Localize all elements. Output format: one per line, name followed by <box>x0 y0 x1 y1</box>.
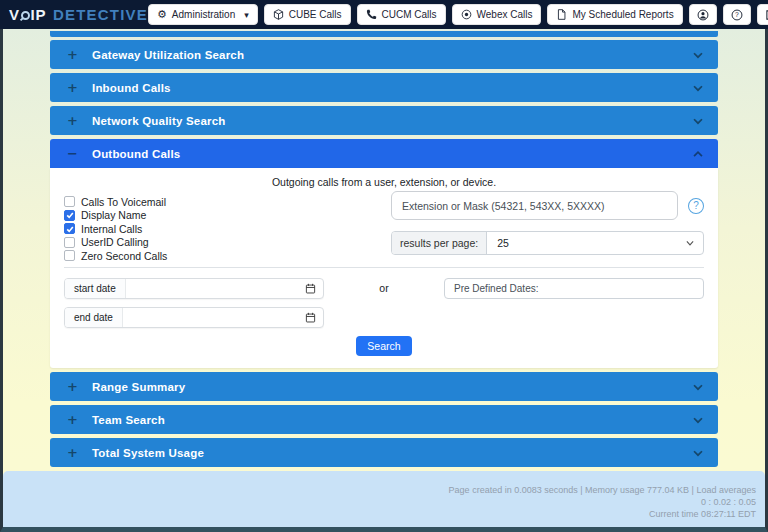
checkbox-userid-calling[interactable]: UserID Calling <box>64 236 167 250</box>
plus-icon: + <box>66 80 79 95</box>
accordion-label: Network Quality Search <box>92 115 226 127</box>
results-per-page-value: 25 <box>487 237 685 249</box>
predefined-dates-input[interactable] <box>444 278 704 299</box>
or-label: or <box>379 282 388 328</box>
checkbox-icon <box>64 210 75 221</box>
accordion-header-range-summary[interactable]: + Range Summary <box>50 372 718 401</box>
start-date-input[interactable] <box>126 279 305 298</box>
svg-text:?: ? <box>735 11 739 18</box>
cube-icon <box>273 9 284 20</box>
chevron-down-icon <box>691 114 705 128</box>
browser-page: V IP DETECTIVE ⚙ Administration ▾ CUBE C… <box>0 0 768 532</box>
accordion-header-inbound-calls[interactable]: + Inbound Calls <box>50 73 718 102</box>
start-date-group: start date <box>64 278 324 299</box>
user-account-button[interactable] <box>689 4 717 25</box>
accordion-label: Inbound Calls <box>92 82 171 94</box>
gear-icon: ⚙ <box>157 9 167 20</box>
page-footer: Page created in 0.0083 seconds | Memory … <box>3 471 765 527</box>
cube-calls-label: CUBE Calls <box>289 9 342 20</box>
footer-current-time: Current time 08:27:11 EDT <box>12 508 756 520</box>
search-accordion: + Gateway Utilization Search + Inbound C… <box>50 31 718 467</box>
accordion-header-total-system-usage[interactable]: + Total System Usage <box>50 438 718 467</box>
my-scheduled-reports-button[interactable]: My Scheduled Reports <box>547 4 682 25</box>
footer-load-averages: 0 : 0.02 : 0.05 <box>12 496 756 508</box>
minus-icon: − <box>66 146 79 161</box>
help-button[interactable]: ? <box>723 4 751 25</box>
checkbox-calls-to-voicemail[interactable]: Calls To Voicemail <box>64 195 167 209</box>
cucm-calls-button[interactable]: CUCM Calls <box>357 4 446 25</box>
brand-logo[interactable]: V IP DETECTIVE <box>9 6 148 23</box>
accordion-header-outbound-calls[interactable]: − Outbound Calls <box>50 139 718 168</box>
checkbox-icon <box>64 196 75 207</box>
magnifier-o-icon <box>21 11 30 20</box>
checkbox-label: Zero Second Calls <box>81 250 167 262</box>
accordion-label: Range Summary <box>92 381 185 393</box>
phone-icon <box>366 9 377 20</box>
checkbox-internal-calls[interactable]: Internal Calls <box>64 222 167 236</box>
accordion-header-team-search[interactable]: + Team Search <box>50 405 718 434</box>
end-date-label: end date <box>65 308 123 327</box>
chevron-down-icon <box>691 81 705 95</box>
chevron-down-icon <box>691 48 705 62</box>
divider <box>64 267 704 268</box>
plus-icon: + <box>66 445 79 460</box>
chevron-up-icon <box>691 147 705 161</box>
person-circle-icon <box>697 9 709 21</box>
results-per-page-select[interactable]: results per page: 25 <box>391 231 704 255</box>
accordion-label: Gateway Utilization Search <box>92 49 244 61</box>
checkbox-label: Internal Calls <box>81 223 142 235</box>
brand-v: V <box>9 6 20 23</box>
plus-icon: + <box>66 47 79 62</box>
my-scheduled-reports-label: My Scheduled Reports <box>572 9 673 20</box>
checkbox-icon <box>64 223 75 234</box>
checkbox-label: UserID Calling <box>81 236 149 248</box>
logout-button[interactable] <box>757 4 768 25</box>
calendar-icon[interactable] <box>305 312 316 323</box>
question-circle-icon: ? <box>731 9 743 21</box>
record-circle-icon <box>461 9 472 20</box>
administration-label: Administration <box>172 9 235 20</box>
brand-ip: IP <box>31 6 46 23</box>
accordion-header-network-quality-search[interactable]: + Network Quality Search <box>50 106 718 135</box>
end-date-group: end date <box>64 307 324 328</box>
start-date-label: start date <box>65 279 126 298</box>
caret-down-icon: ▾ <box>244 10 249 20</box>
top-navbar: V IP DETECTIVE ⚙ Administration ▾ CUBE C… <box>0 0 768 29</box>
end-date-input[interactable] <box>123 308 305 327</box>
brand-name: DETECTIVE <box>53 6 148 23</box>
page-content: + Gateway Utilization Search + Inbound C… <box>0 29 768 532</box>
chevron-down-icon <box>691 380 705 394</box>
calendar-icon[interactable] <box>305 283 316 294</box>
help-circle-icon[interactable]: ? <box>688 198 704 214</box>
partial-accordion-panel[interactable] <box>50 31 718 37</box>
chevron-down-icon <box>691 413 705 427</box>
main-area: + Gateway Utilization Search + Inbound C… <box>3 29 765 471</box>
plus-icon: + <box>66 379 79 394</box>
webex-calls-button[interactable]: Webex Calls <box>452 4 542 25</box>
checkbox-display-name[interactable]: Display Name <box>64 209 167 223</box>
webex-calls-label: Webex Calls <box>477 9 533 20</box>
footer-stats-line: Page created in 0.0083 seconds | Memory … <box>12 484 756 496</box>
cucm-calls-label: CUCM Calls <box>382 9 437 20</box>
search-button[interactable]: Search <box>356 336 411 356</box>
accordion-label: Total System Usage <box>92 447 204 459</box>
document-icon <box>556 9 567 20</box>
extension-input[interactable] <box>391 191 678 220</box>
checkbox-group: Calls To Voicemail Display Name <box>64 191 167 259</box>
chevron-down-icon <box>691 446 705 460</box>
checkbox-label: Calls To Voicemail <box>81 196 166 208</box>
plus-icon: + <box>66 412 79 427</box>
plus-icon: + <box>66 113 79 128</box>
administration-menu-button[interactable]: ⚙ Administration ▾ <box>148 4 258 25</box>
panel-description: Outgoing calls from a user, extension, o… <box>64 172 704 191</box>
accordion-label: Outbound Calls <box>92 148 180 160</box>
accordion-label: Team Search <box>92 414 165 426</box>
outbound-calls-panel: Outgoing calls from a user, extension, o… <box>50 168 718 368</box>
cube-calls-button[interactable]: CUBE Calls <box>264 4 351 25</box>
checkbox-icon <box>64 237 75 248</box>
checkbox-zero-second-calls[interactable]: Zero Second Calls <box>64 249 167 263</box>
accordion-header-gateway-utilization-search[interactable]: + Gateway Utilization Search <box>50 40 718 69</box>
navbar-actions: ⚙ Administration ▾ CUBE Calls CUCM Calls <box>148 4 768 25</box>
chevron-down-icon <box>685 238 695 248</box>
checkbox-icon <box>64 250 75 261</box>
